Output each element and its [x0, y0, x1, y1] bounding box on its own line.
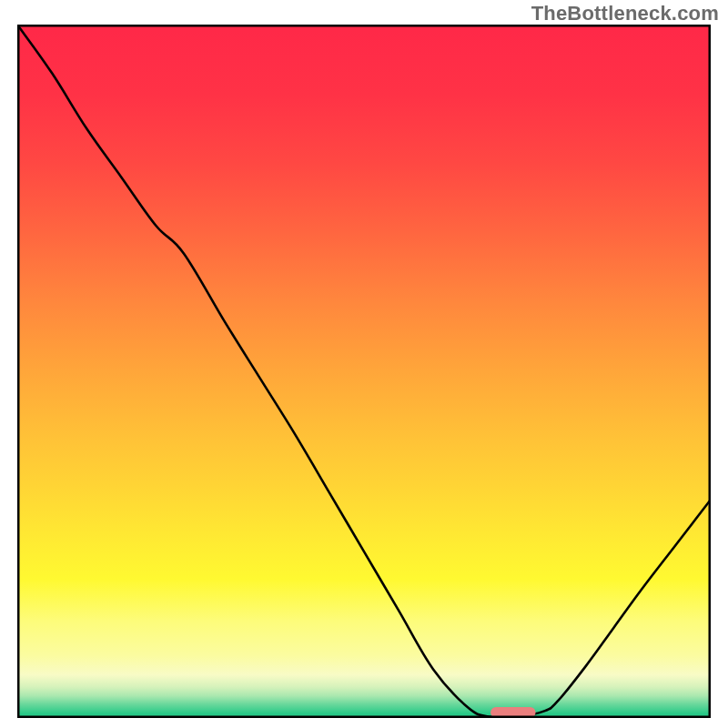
gradient-background [17, 25, 711, 718]
chart-svg [17, 25, 711, 718]
chart-container: TheBottleneck.com [0, 0, 728, 728]
chart-area [17, 25, 711, 718]
watermark-text: TheBottleneck.com [531, 2, 719, 25]
